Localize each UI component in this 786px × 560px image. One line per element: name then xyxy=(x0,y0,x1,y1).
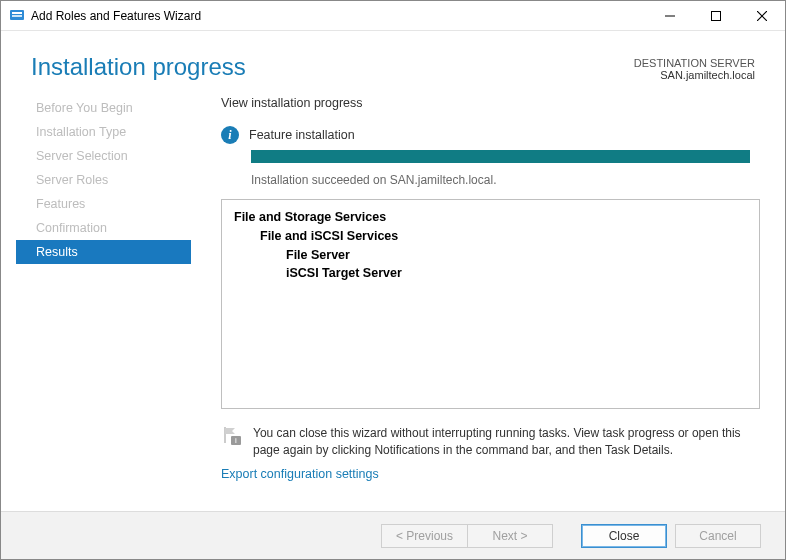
page-title: Installation progress xyxy=(31,53,634,81)
status-title: Feature installation xyxy=(249,128,355,142)
panel-subtitle: View installation progress xyxy=(221,96,760,110)
step-server-roles: Server Roles xyxy=(16,168,191,192)
close-button[interactable]: Close xyxy=(581,524,667,548)
svg-rect-1 xyxy=(12,12,22,14)
feature-level-2-file-server: File Server xyxy=(234,246,747,265)
header: Installation progress DESTINATION SERVER… xyxy=(1,31,785,81)
hint-row: i You can close this wizard without inte… xyxy=(221,425,760,459)
feature-level-0: File and Storage Services xyxy=(234,208,747,227)
step-before-you-begin: Before You Begin xyxy=(16,96,191,120)
status-row: i Feature installation xyxy=(221,126,760,144)
previous-button: < Previous xyxy=(381,524,467,548)
next-button: Next > xyxy=(467,524,553,548)
installation-result-text: Installation succeeded on SAN.jamiltech.… xyxy=(251,173,760,187)
flag-icon: i xyxy=(221,425,243,447)
wizard-button-bar: < Previous Next > Close Cancel xyxy=(1,511,785,559)
window-maximize-button[interactable] xyxy=(693,1,739,31)
svg-rect-2 xyxy=(12,15,22,17)
info-icon: i xyxy=(221,126,239,144)
svg-text:i: i xyxy=(235,436,237,445)
feature-level-1: File and iSCSI Services xyxy=(234,227,747,246)
window-minimize-button[interactable] xyxy=(647,1,693,31)
window-titlebar: Add Roles and Features Wizard xyxy=(1,1,785,31)
hint-text: You can close this wizard without interr… xyxy=(253,425,760,459)
destination-label: DESTINATION SERVER xyxy=(634,57,755,69)
destination-server-block: DESTINATION SERVER SAN.jamiltech.local xyxy=(634,53,755,81)
step-confirmation: Confirmation xyxy=(16,216,191,240)
progress-bar xyxy=(251,150,750,163)
window-title: Add Roles and Features Wizard xyxy=(31,9,201,23)
step-results: Results xyxy=(16,240,191,264)
window-close-button[interactable] xyxy=(739,1,785,31)
main-panel: View installation progress i Feature ins… xyxy=(191,81,760,481)
step-features: Features xyxy=(16,192,191,216)
cancel-button: Cancel xyxy=(675,524,761,548)
svg-rect-4 xyxy=(712,11,721,20)
feature-level-2-iscsi-target: iSCSI Target Server xyxy=(234,264,747,283)
progress-bar-fill xyxy=(251,150,750,163)
export-configuration-link[interactable]: Export configuration settings xyxy=(221,467,760,481)
step-server-selection: Server Selection xyxy=(16,144,191,168)
step-installation-type: Installation Type xyxy=(16,120,191,144)
installed-features-box: File and Storage Services File and iSCSI… xyxy=(221,199,760,409)
wizard-sidebar: Before You Begin Installation Type Serve… xyxy=(16,81,191,481)
app-icon xyxy=(9,8,25,24)
destination-server: SAN.jamiltech.local xyxy=(634,69,755,81)
